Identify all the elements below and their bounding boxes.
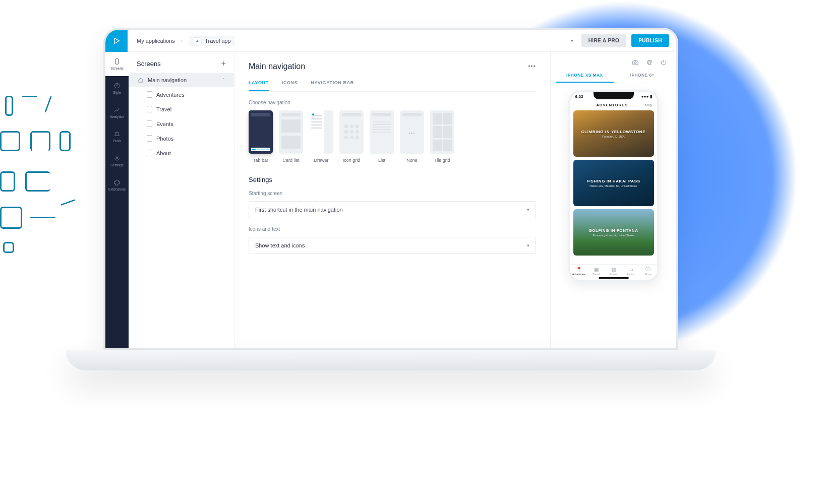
power-icon (660, 59, 667, 66)
preview-card: CLIMBING IN YELLOWSTONE Fountain, ID, US… (573, 110, 654, 157)
rail-analytics[interactable]: Analytics (105, 100, 129, 124)
device-tab-8plus[interactable]: IPHONE 8+ (614, 73, 672, 83)
palette-icon (113, 82, 121, 89)
screen-item-about[interactable]: About (129, 146, 234, 160)
settings-heading: Settings (249, 176, 536, 183)
screen-item-travel[interactable]: Travel (129, 102, 234, 116)
status-time: 6:02 (575, 94, 583, 99)
svg-point-1 (114, 83, 119, 88)
power-button[interactable] (660, 59, 667, 68)
status-icons: ●●● ▮ (641, 94, 652, 99)
breadcrumb-app-chip[interactable]: ▲ Travel app (189, 36, 235, 46)
page-icon (147, 120, 152, 127)
config-tabs: LAYOUT ICONS NAVIGATION BAR (249, 80, 536, 92)
screen-item-events[interactable]: Events (129, 116, 234, 131)
topbar: My applications › ▲ Travel app ▾ HIRE A … (105, 30, 676, 52)
bell-icon (113, 131, 121, 138)
breadcrumb-app: Travel app (205, 38, 231, 44)
preview-panel: IPHONE XS MAX IPHONE 8+ 6:02 ●●● ▮ ADVEN… (550, 52, 676, 348)
phone-notch (594, 92, 634, 99)
hire-pro-button[interactable]: HIRE A PRO (581, 34, 627, 47)
phone-header-title: ADVENTURES (579, 103, 645, 107)
chevron-right-icon: › (181, 38, 183, 43)
svg-point-4 (116, 157, 118, 159)
rail-push[interactable]: Push (105, 124, 129, 149)
page-icon (147, 135, 152, 142)
phone-map-link: Map (645, 103, 652, 107)
phone-tab-travel: ▦Travel (587, 267, 605, 276)
camera-icon (632, 59, 639, 66)
nav-option-card-list[interactable]: Card list (279, 110, 303, 163)
chevron-up-icon: ˄ (222, 78, 225, 83)
gear-icon (113, 155, 121, 162)
starting-screen-select[interactable]: First shortcut in the main navigation ▾ (249, 201, 536, 218)
svg-rect-5 (633, 61, 638, 65)
refresh-icon (646, 59, 653, 66)
starting-screen-label: Starting screen (249, 191, 536, 196)
phone-tab-photos: ▭Photos (622, 267, 639, 276)
breadcrumb-root[interactable]: My applications (137, 38, 175, 44)
home-icon (138, 77, 144, 83)
screen-item-adventures[interactable]: Adventures (129, 87, 234, 102)
topbar-dropdown[interactable]: ▾ (568, 35, 576, 46)
phone-tab-events: ▥Events (605, 267, 622, 276)
refresh-button[interactable] (646, 59, 653, 68)
svg-point-2 (116, 85, 116, 85)
info-icon: ⓘ (645, 267, 650, 272)
tab-layout[interactable]: LAYOUT (249, 80, 269, 91)
nav-option-icon-grid[interactable]: Icon grid (339, 110, 364, 163)
nav-option-tab-bar[interactable]: Tab bar (249, 110, 273, 163)
screen-item-photos[interactable]: Photos (129, 131, 234, 146)
screens-panel-title: Screens (137, 60, 161, 68)
briefcase-icon: ▦ (594, 267, 599, 272)
rail-extensions[interactable]: Extensions (105, 173, 129, 197)
home-indicator (599, 277, 629, 279)
page-icon (147, 150, 152, 156)
icons-text-select[interactable]: Show text and icons ▾ (249, 237, 536, 254)
page-icon (147, 106, 152, 112)
page-icon (147, 91, 152, 98)
nav-option-drawer[interactable]: Drawer (309, 110, 333, 163)
chevron-down-icon: ▾ (527, 243, 529, 248)
rail-style[interactable]: Style (105, 76, 129, 100)
screenshot-button[interactable] (632, 59, 639, 68)
breadcrumb: My applications › ▲ Travel app (128, 36, 235, 46)
screens-panel: Screens + Main navigation ˄ Adventures (129, 52, 234, 348)
app-logo[interactable] (105, 30, 128, 52)
phone-icon (113, 58, 121, 65)
calendar-icon: ▥ (611, 267, 616, 272)
device-tab-xs-max[interactable]: IPHONE XS MAX (556, 73, 614, 83)
rail-settings[interactable]: Settings (105, 149, 129, 173)
choose-navigation-label: Choose navigation (249, 100, 536, 105)
tab-icons[interactable]: ICONS (282, 80, 298, 91)
publish-button[interactable]: PUBLISH (631, 34, 669, 47)
nav-option-none[interactable]: ••• None (400, 110, 424, 163)
svg-point-6 (634, 62, 636, 64)
phone-tab-adventures: 📍Adventures (570, 267, 587, 276)
page-title: Main navigation (249, 62, 305, 71)
chevron-down-icon: ▾ (527, 207, 529, 212)
nav-rail: Screens Style Analytics Push (105, 52, 129, 348)
phone-tab-about: ⓘAbout (639, 267, 657, 276)
screen-item-main-navigation[interactable]: Main navigation ˄ (129, 73, 234, 87)
chart-icon (113, 106, 121, 113)
icons-text-label: Icons and text (249, 226, 536, 232)
add-screen-button[interactable]: + (221, 59, 226, 68)
svg-rect-0 (115, 59, 119, 65)
image-icon: ▭ (628, 267, 633, 272)
preview-card: GOLFING IN FONTANA Fontana golf resort, … (573, 209, 654, 256)
rail-screens[interactable]: Screens (105, 52, 129, 76)
main-config: Main navigation ••• LAYOUT ICONS NAVIGAT… (234, 52, 550, 348)
phone-preview: 6:02 ●●● ▮ ADVENTURES Map CLIMBING IN YE… (568, 90, 659, 282)
svg-point-3 (117, 85, 118, 85)
tab-navigation-bar[interactable]: NAVIGATION BAR (311, 80, 354, 91)
nav-option-tile-grid[interactable]: Tile grid (430, 110, 454, 163)
pin-icon: 📍 (576, 267, 581, 272)
nav-option-list[interactable]: List (370, 110, 394, 163)
puzzle-icon (113, 179, 121, 186)
preview-card: FISHING IN HAKAI PASS Hakai Luxv, Mastat… (573, 160, 654, 206)
app-icon: ▲ (193, 37, 202, 44)
more-actions-button[interactable]: ••• (528, 63, 536, 70)
